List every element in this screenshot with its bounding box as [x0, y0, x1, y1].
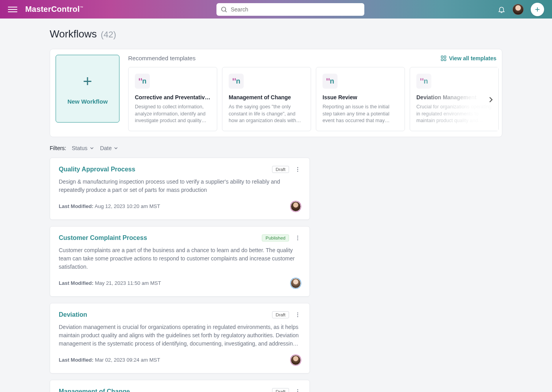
template-desc: Designed to collect information, analyze…: [135, 104, 211, 124]
svg-rect-7: [444, 59, 446, 61]
brand-logo: MasterControl™: [25, 5, 83, 14]
search-input[interactable]: [231, 6, 360, 13]
new-workflow-button[interactable]: + New Workflow: [56, 55, 119, 123]
hamburger-menu-icon[interactable]: [8, 5, 17, 14]
grid-icon: [440, 55, 447, 61]
svg-point-18: [297, 391, 298, 392]
more-menu-icon[interactable]: [295, 235, 301, 241]
svg-point-15: [297, 314, 298, 315]
more-menu-icon[interactable]: [295, 388, 301, 392]
svg-point-0: [222, 7, 226, 11]
template-logo-icon: ꞌꞌn: [135, 74, 150, 89]
workflow-description: Design & manufacturing inspection proces…: [59, 178, 301, 194]
chevron-right-icon: [486, 95, 496, 104]
template-card[interactable]: ꞌꞌn Issue Review Reporting an issue is t…: [316, 67, 405, 131]
more-menu-icon[interactable]: [295, 166, 301, 173]
svg-point-17: [297, 389, 298, 390]
template-card[interactable]: ꞌꞌn Management of Change As the saying g…: [222, 67, 311, 131]
notifications-icon[interactable]: [498, 6, 505, 13]
workflow-card[interactable]: Management of Change Draft As the saying…: [50, 380, 310, 392]
last-modified: Last Modified: Mar 02, 2023 09:24 am MST: [59, 357, 160, 363]
workflow-description: Deviation management is crucial for orga…: [59, 323, 301, 348]
user-avatar[interactable]: [513, 4, 524, 15]
filter-bar: Filters: Status Date: [50, 145, 502, 151]
template-desc: As the saying goes "the only constant in…: [229, 104, 304, 124]
last-modified: Last Modified: May 21, 2023 11:50 am MST: [59, 280, 161, 286]
svg-point-12: [297, 237, 298, 238]
chevron-down-icon: [89, 145, 95, 151]
filter-date[interactable]: Date: [100, 145, 119, 151]
workflow-card[interactable]: Customer Complaint Process Published Cus…: [50, 226, 310, 297]
workflow-title[interactable]: Quality Approval Process: [59, 166, 135, 173]
svg-line-1: [226, 11, 227, 12]
svg-point-11: [297, 236, 298, 236]
svg-point-8: [297, 167, 298, 168]
status-badge: Draft: [272, 388, 289, 392]
workflow-card[interactable]: Deviation Draft Deviation management is …: [50, 303, 310, 373]
workflow-description: Customer complaints are a part of the bu…: [59, 246, 301, 271]
page-title: Workflows (42): [50, 28, 502, 40]
filter-status[interactable]: Status: [72, 145, 95, 151]
chevron-down-icon: [113, 145, 119, 151]
owner-avatar[interactable]: [291, 355, 301, 365]
status-badge: Draft: [272, 311, 289, 318]
search-icon: [220, 6, 228, 13]
template-title: Corrective and Preventative A...: [135, 94, 211, 100]
recommended-panel: + New Workflow Recommended templates Vie…: [50, 49, 502, 137]
svg-point-16: [297, 316, 298, 317]
app-header: MasterControl™: [0, 0, 552, 19]
svg-rect-6: [441, 59, 443, 61]
owner-avatar[interactable]: [291, 278, 301, 288]
plus-icon: +: [83, 72, 92, 90]
create-button[interactable]: [531, 3, 544, 16]
workflow-title[interactable]: Deviation: [59, 311, 87, 318]
template-title: Deviation Management: [416, 94, 492, 100]
svg-point-14: [297, 312, 298, 313]
template-title: Management of Change: [229, 94, 304, 100]
template-logo-icon: ꞌꞌn: [323, 74, 338, 89]
more-menu-icon[interactable]: [295, 312, 301, 318]
template-desc: Crucial for organizations operating in r…: [416, 104, 492, 124]
template-desc: Reporting an issue is the initial step t…: [323, 104, 398, 124]
svg-rect-4: [441, 56, 443, 58]
last-modified: Last Modified: Aug 12, 2023 10:20 am MST: [59, 203, 160, 209]
template-logo-icon: ꞌꞌn: [229, 74, 244, 89]
svg-point-13: [297, 239, 298, 240]
template-logo-icon: ꞌꞌn: [416, 74, 431, 89]
svg-point-10: [297, 171, 298, 171]
template-card[interactable]: ꞌꞌn Deviation Management Crucial for org…: [410, 67, 499, 131]
recommended-heading: Recommended templates: [128, 55, 196, 61]
status-badge: Draft: [272, 166, 289, 173]
carousel-next-button[interactable]: [486, 95, 496, 104]
filters-label: Filters:: [50, 145, 66, 151]
owner-avatar[interactable]: [291, 201, 301, 212]
workflow-card[interactable]: Quality Approval Process Draft Design & …: [50, 158, 310, 220]
workflow-count: (42): [101, 30, 116, 40]
search-field[interactable]: [216, 3, 364, 16]
template-card[interactable]: ꞌꞌn Corrective and Preventative A... Des…: [128, 67, 217, 131]
workflow-title[interactable]: Management of Change: [59, 388, 130, 392]
status-badge: Published: [262, 234, 289, 242]
plus-icon: [534, 6, 541, 13]
template-title: Issue Review: [323, 94, 398, 100]
workflow-title[interactable]: Customer Complaint Process: [59, 234, 147, 242]
view-all-templates-link[interactable]: View all templates: [440, 55, 496, 61]
svg-point-9: [297, 169, 298, 169]
svg-rect-5: [444, 56, 446, 58]
template-carousel: ꞌꞌn Corrective and Preventative A... Des…: [128, 67, 496, 131]
